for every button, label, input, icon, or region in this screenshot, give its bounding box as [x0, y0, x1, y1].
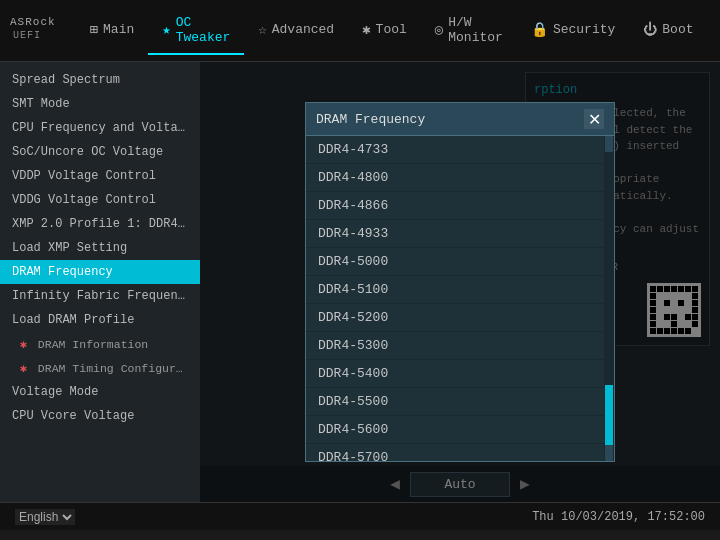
nav-item-octweaker[interactable]: ★OC Tweaker [148, 7, 244, 55]
sidebar: Spread SpectrumSMT ModeCPU Frequency and… [0, 62, 200, 502]
right-panel: rption [Auto] is selected, the herboard … [200, 62, 720, 502]
sidebar-item-12[interactable]: ✱ DRAM Timing Configuration [0, 356, 200, 380]
nav-item-security[interactable]: 🔒Security [517, 7, 629, 55]
modal-list-item[interactable]: DDR4-5400 [306, 360, 604, 388]
nav-icon-advanced: ☆ [258, 21, 266, 38]
sidebar-item-3[interactable]: SoC/Uncore OC Voltage [0, 140, 200, 164]
sidebar-item-0[interactable]: Spread Spectrum [0, 68, 200, 92]
sidebar-item-5[interactable]: VDDG Voltage Control [0, 188, 200, 212]
sidebar-item-11[interactable]: ✱ DRAM Information [0, 332, 200, 356]
sidebar-item-2[interactable]: CPU Frequency and Voltage(VID) C [0, 116, 200, 140]
sidebar-item-9[interactable]: Infinity Fabric Frequency and Di [0, 284, 200, 308]
modal-list-item[interactable]: DDR4-5500 [306, 388, 604, 416]
nav-label-main: Main [103, 22, 134, 37]
topbar: ASRock UEFI ⊞Main★OC Tweaker☆Advanced✱To… [0, 0, 720, 62]
modal-dialog: DRAM Frequency ✕ DDR4-4733DDR4-4800DDR4-… [305, 102, 615, 462]
main-content: Spread SpectrumSMT ModeCPU Frequency and… [0, 62, 720, 502]
modal-list[interactable]: DDR4-4733DDR4-4800DDR4-4866DDR4-4933DDR4… [306, 136, 604, 461]
nav-label-boot: Boot [662, 22, 693, 37]
sidebar-icon-12: ✱ [20, 362, 34, 375]
modal-list-item[interactable]: DDR4-5600 [306, 416, 604, 444]
sidebar-item-1[interactable]: SMT Mode [0, 92, 200, 116]
nav-label-tool: Tool [376, 22, 407, 37]
modal-list-item[interactable]: DDR4-5100 [306, 276, 604, 304]
nav-icon-hwmonitor: ◎ [435, 21, 443, 38]
modal-title: DRAM Frequency [316, 112, 425, 127]
modal-list-item[interactable]: DDR4-4800 [306, 164, 604, 192]
modal-scrollbar[interactable] [604, 136, 614, 461]
nav-item-boot[interactable]: ⏻Boot [629, 7, 707, 55]
nav-item-tool[interactable]: ✱Tool [348, 7, 421, 55]
modal-close-button[interactable]: ✕ [584, 109, 604, 129]
sidebar-item-14[interactable]: CPU Vcore Voltage [0, 404, 200, 428]
datetime: Thu 10/03/2019, 17:52:00 [532, 510, 705, 524]
nav-item-exit[interactable]: ⎋Exit [708, 7, 720, 55]
logo-sub: UEFI [13, 30, 41, 41]
modal-overlay: DRAM Frequency ✕ DDR4-4733DDR4-4800DDR4-… [200, 62, 720, 502]
nav-icon-octweaker: ★ [162, 21, 170, 38]
sidebar-item-7[interactable]: Load XMP Setting [0, 236, 200, 260]
sidebar-item-4[interactable]: VDDP Voltage Control [0, 164, 200, 188]
nav-label-hwmonitor: H/W Monitor [448, 15, 503, 45]
sidebar-item-6[interactable]: XMP 2.0 Profile 1: DDR4-3400 16- [0, 212, 200, 236]
nav-item-hwmonitor[interactable]: ◎H/W Monitor [421, 7, 517, 55]
nav-icon-main: ⊞ [90, 21, 98, 38]
nav-label-advanced: Advanced [272, 22, 334, 37]
nav-label-security: Security [553, 22, 615, 37]
nav-icon-security: 🔒 [531, 21, 548, 38]
sidebar-item-8[interactable]: DRAM Frequency [0, 260, 200, 284]
nav-item-advanced[interactable]: ☆Advanced [244, 7, 348, 55]
nav: ⊞Main★OC Tweaker☆Advanced✱Tool◎H/W Monit… [76, 7, 720, 55]
modal-list-item[interactable]: DDR4-4933 [306, 220, 604, 248]
modal-list-item[interactable]: DDR4-5200 [306, 304, 604, 332]
nav-icon-boot: ⏻ [643, 22, 657, 38]
logo-text: ASRock [10, 16, 56, 28]
modal-list-item[interactable]: DDR4-5700 [306, 444, 604, 461]
statusbar: English Thu 10/03/2019, 17:52:00 [0, 502, 720, 530]
sidebar-item-13[interactable]: Voltage Mode [0, 380, 200, 404]
nav-item-main[interactable]: ⊞Main [76, 7, 149, 55]
language-select[interactable]: English [15, 509, 75, 525]
nav-icon-tool: ✱ [362, 21, 370, 38]
modal-titlebar: DRAM Frequency ✕ [306, 103, 614, 136]
modal-list-item[interactable]: DDR4-4733 [306, 136, 604, 164]
modal-list-item[interactable]: DDR4-5000 [306, 248, 604, 276]
logo: ASRock UEFI [10, 13, 56, 49]
modal-list-item[interactable]: DDR4-4866 [306, 192, 604, 220]
sidebar-item-10[interactable]: Load DRAM Profile [0, 308, 200, 332]
nav-label-octweaker: OC Tweaker [176, 15, 231, 45]
modal-list-item[interactable]: DDR4-5300 [306, 332, 604, 360]
sidebar-icon-11: ✱ [20, 338, 34, 351]
